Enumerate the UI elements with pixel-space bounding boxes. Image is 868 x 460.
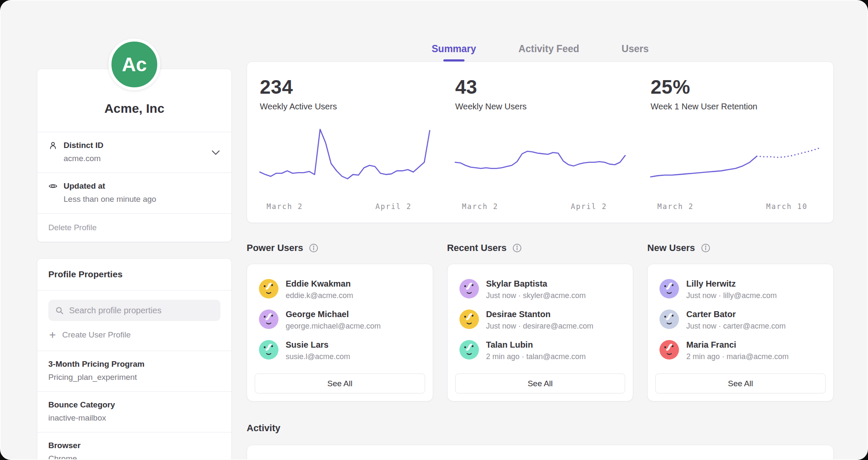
- user-sections: Power Users Eddie Kwakman eddie.k@acme.c…: [247, 243, 834, 401]
- activity-stat: 3.4k: [638, 458, 833, 460]
- tab-users[interactable]: Users: [622, 43, 649, 61]
- see-all-button[interactable]: See All: [255, 374, 425, 393]
- user-detail: Just now · lilly@acme.com: [686, 291, 776, 300]
- property-name: Browser: [48, 441, 220, 450]
- stat-value: 43: [455, 75, 625, 98]
- field-label: Updated at: [64, 181, 105, 191]
- search-box: [48, 300, 220, 321]
- see-all-button[interactable]: See All: [655, 374, 826, 393]
- stat-label: Weekly New Users: [455, 102, 625, 112]
- profile-sidebar: Ac Acme, Inc Distinct ID acme.com: [37, 69, 232, 460]
- search-input[interactable]: [69, 306, 214, 315]
- app-window: Ac Acme, Inc Distinct ID acme.com: [0, 0, 868, 460]
- section-title: Power Users: [247, 243, 303, 254]
- activity-card: 234 240 3.4k: [247, 445, 834, 460]
- user-name: Susie Lars: [286, 340, 350, 350]
- property-value: Chrome: [48, 454, 220, 460]
- profile-card: Ac Acme, Inc Distinct ID acme.com: [37, 69, 232, 242]
- sparkline-chart: [455, 126, 625, 194]
- x-axis-label: March 2: [462, 202, 498, 211]
- x-axis: March 2 April 2: [260, 202, 430, 212]
- plus-icon: +: [49, 331, 56, 339]
- user-name: Skylar Baptista: [486, 279, 586, 289]
- sparkline-chart: [651, 126, 821, 194]
- search-wrap: [37, 290, 231, 321]
- field-label: Distinct ID: [64, 141, 103, 150]
- user-detail: eddie.k@acme.com: [286, 291, 353, 300]
- company-avatar-initials: Ac: [122, 53, 147, 76]
- avatar: [259, 340, 278, 360]
- user-name: Lilly Herwitz: [686, 279, 776, 289]
- create-user-profile-button[interactable]: + Create User Profile: [37, 321, 231, 351]
- user-detail: george.michael@acme.com: [286, 322, 381, 331]
- new-users-card: Lilly Herwitz Just now · lilly@acme.com …: [647, 264, 834, 401]
- avatar: [659, 340, 679, 360]
- user-row[interactable]: Susie Lars susie.l@acme.com: [255, 336, 425, 367]
- user-row[interactable]: Talan Lubin 2 min ago · talan@acme.com: [455, 336, 626, 367]
- x-axis-label: March 2: [267, 202, 303, 211]
- face-icon: [659, 340, 679, 360]
- stat-weekly-active-users: 234 Weekly Active Users March 2 April 2: [247, 75, 442, 212]
- create-user-profile-label: Create User Profile: [62, 330, 131, 340]
- user-row[interactable]: Carter Bator Just now · carter@acme.com: [655, 306, 826, 336]
- face-icon: [659, 279, 679, 298]
- stat-value: 25%: [651, 75, 821, 98]
- info-icon[interactable]: [701, 243, 711, 253]
- avatar: [659, 279, 679, 298]
- section-title: Recent Users: [447, 243, 507, 254]
- field-value: acme.com: [64, 154, 220, 163]
- power-users-card: Eddie Kwakman eddie.k@acme.com George Mi…: [247, 264, 433, 401]
- stat-week1-retention: 25% Week 1 New User Retention March 2 Ma…: [638, 75, 833, 212]
- x-axis-label: April 2: [376, 202, 412, 211]
- info-icon[interactable]: [512, 243, 522, 253]
- face-icon: [259, 279, 278, 298]
- user-detail: susie.l@acme.com: [286, 352, 350, 361]
- stat-value: 234: [260, 75, 430, 98]
- info-icon[interactable]: [309, 243, 319, 253]
- profile-properties-card: Profile Properties + Create User Profile…: [37, 258, 232, 460]
- company-avatar: Ac: [108, 39, 160, 90]
- user-name: Desirae Stanton: [486, 309, 593, 319]
- user-name: Talan Lubin: [486, 340, 586, 350]
- property-item[interactable]: 3-Month Pricing Program Pricing_plan_exp…: [37, 351, 231, 391]
- avatar: [459, 279, 479, 298]
- tab-activity-feed[interactable]: Activity Feed: [518, 43, 579, 61]
- person-icon: [48, 141, 58, 150]
- property-item[interactable]: Browser Chrome: [37, 432, 231, 460]
- avatar: [459, 309, 479, 329]
- tab-summary[interactable]: Summary: [432, 43, 476, 61]
- user-row[interactable]: Skylar Baptista Just now · skyler@acme.c…: [455, 275, 626, 306]
- face-icon: [259, 309, 278, 329]
- sparkline-chart: [260, 126, 430, 194]
- user-row[interactable]: Lilly Herwitz Just now · lilly@acme.com: [655, 275, 826, 306]
- field-value: Less than one minute ago: [64, 195, 220, 204]
- recent-users-card: Skylar Baptista Just now · skyler@acme.c…: [447, 264, 634, 401]
- x-axis: March 2 March 10: [651, 202, 821, 212]
- user-row[interactable]: Desirae Stanton Just now · desirare@acme…: [455, 306, 626, 336]
- avatar: [259, 279, 278, 298]
- chevron-down-icon[interactable]: [211, 150, 220, 156]
- face-icon: [659, 309, 679, 329]
- user-name: Eddie Kwakman: [286, 279, 353, 289]
- user-name: George Michael: [286, 309, 381, 319]
- x-axis-label: March 2: [657, 202, 694, 211]
- avatar: [259, 309, 278, 329]
- user-row[interactable]: Maria Franci 2 min ago · maria@acme.com: [655, 336, 826, 367]
- field-updated-at: Updated at Less than one minute ago: [37, 173, 231, 213]
- property-name: 3-Month Pricing Program: [48, 360, 220, 369]
- user-row[interactable]: Eddie Kwakman eddie.k@acme.com: [255, 275, 425, 306]
- user-row[interactable]: George Michael george.michael@acme.com: [255, 306, 425, 336]
- property-value: inactive-mailbox: [48, 413, 220, 423]
- user-detail: Just now · carter@acme.com: [686, 322, 785, 331]
- property-item[interactable]: Bounce Category inactive-mailbox: [37, 391, 231, 432]
- face-icon: [459, 279, 479, 298]
- x-axis-label: March 10: [766, 202, 808, 211]
- user-detail: Just now · skyler@acme.com: [486, 291, 586, 300]
- avatar: [659, 309, 679, 329]
- see-all-button[interactable]: See All: [455, 374, 626, 393]
- user-detail: Just now · desirare@acme.com: [486, 322, 593, 331]
- eye-icon: [48, 181, 58, 191]
- delete-profile-button[interactable]: Delete Profile: [37, 213, 231, 242]
- section-recent-users: Recent Users Skylar Baptista Just now · …: [447, 243, 634, 401]
- activity-section: Activity 234 240 3.4k: [247, 423, 834, 460]
